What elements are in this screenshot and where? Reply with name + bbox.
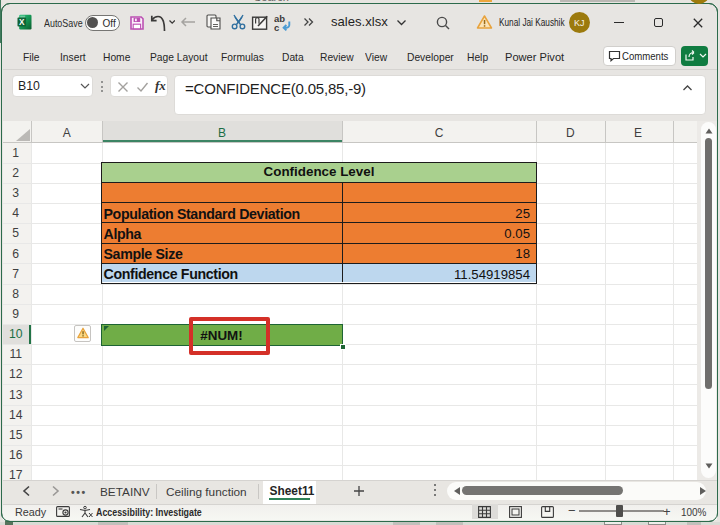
svg-text:X: X: [19, 18, 25, 27]
svg-text:c: c: [274, 22, 279, 32]
